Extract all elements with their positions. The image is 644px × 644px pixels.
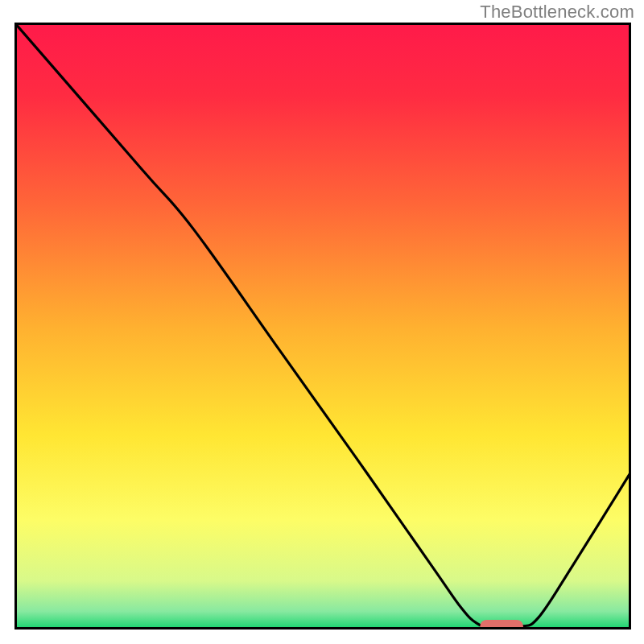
gradient-background [14,23,631,630]
chart-container [14,23,631,630]
watermark-text: TheBottleneck.com [480,2,634,23]
bottleneck-chart [14,23,631,630]
